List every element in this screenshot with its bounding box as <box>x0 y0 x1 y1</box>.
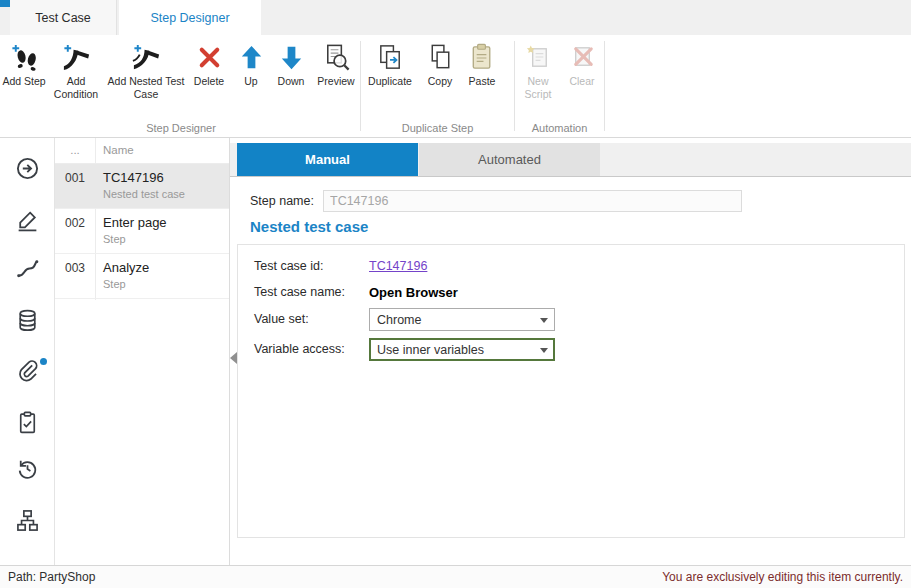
down-button[interactable]: Down <box>270 42 312 88</box>
tab-automated[interactable]: Automated <box>419 143 600 176</box>
field-row-test-case-id: Test case id: TC147196 <box>238 255 904 279</box>
clear-label: Clear <box>569 75 594 88</box>
value-set-dropdown[interactable]: Chrome <box>369 308 555 331</box>
history-icon <box>15 456 40 481</box>
sidebar-item-go[interactable] <box>0 146 54 190</box>
duplicate-button[interactable]: Duplicate <box>361 42 419 88</box>
preview-icon <box>321 42 352 73</box>
preview-button[interactable]: Preview <box>312 42 360 88</box>
left-icon-sidebar <box>0 138 55 565</box>
tab-test-case[interactable]: Test Case <box>10 0 117 35</box>
add-nested-test-case-icon <box>131 42 162 73</box>
add-nested-test-case-label: Add Nested Test Case <box>106 75 186 101</box>
sidebar-item-hierarchy[interactable] <box>0 498 54 542</box>
ribbon-separator <box>514 41 515 131</box>
copy-button[interactable]: Copy <box>419 42 461 88</box>
column-header-name: Name <box>103 144 134 156</box>
sidebar-item-history[interactable] <box>0 446 54 490</box>
delete-icon <box>194 42 225 73</box>
checklist-icon <box>15 410 40 435</box>
chevron-down-icon <box>540 348 548 353</box>
column-header-dots: ... <box>55 144 95 156</box>
data-icon <box>15 308 40 333</box>
variable-access-label: Variable access: <box>254 338 345 361</box>
tab-step-designer[interactable]: Step Designer <box>119 0 261 35</box>
attachment-icon <box>15 358 40 383</box>
up-button[interactable]: Up <box>232 42 270 88</box>
window-accent-corner <box>0 0 10 7</box>
sidebar-item-attachments[interactable] <box>0 348 54 392</box>
hierarchy-icon <box>15 508 40 533</box>
steps-list-panel: ... Name 001 TC147196 Nested test case 0… <box>55 138 230 565</box>
step-type: Step <box>103 278 126 290</box>
add-step-icon <box>9 42 40 73</box>
sidebar-item-checklist[interactable] <box>0 400 54 444</box>
step-number: 003 <box>55 261 95 275</box>
group-label-step-designer: Step Designer <box>2 122 360 134</box>
copy-icon <box>425 42 456 73</box>
ribbon-group-step-designer: Add Step Add Condition Add Nested Test C… <box>2 35 360 137</box>
step-name: Enter page <box>103 215 167 230</box>
step-number: 001 <box>55 171 95 185</box>
ribbon-separator <box>604 41 605 131</box>
group-label-duplicate-step: Duplicate Step <box>361 122 514 134</box>
step-row-001[interactable]: 001 TC147196 Nested test case <box>55 164 229 209</box>
sidebar-item-data[interactable] <box>0 298 54 342</box>
field-row-variable-access: Variable access: Use inner variables <box>238 338 904 362</box>
clear-icon <box>567 42 598 73</box>
test-case-name-value: Open Browser <box>369 281 458 304</box>
ribbon-separator <box>360 41 361 131</box>
value-set-selected: Chrome <box>377 313 421 327</box>
steps-icon <box>15 256 40 281</box>
add-condition-icon <box>61 42 92 73</box>
step-row-002[interactable]: 002 Enter page Step <box>55 209 229 254</box>
delete-button[interactable]: Delete <box>186 42 232 88</box>
variable-access-selected: Use inner variables <box>377 343 484 357</box>
ribbon: Add Step Add Condition Add Nested Test C… <box>0 35 911 138</box>
test-case-id-label: Test case id: <box>254 255 323 278</box>
test-case-id-link[interactable]: TC147196 <box>369 255 427 278</box>
step-number: 002 <box>55 216 95 230</box>
copy-label: Copy <box>428 75 453 88</box>
variable-access-dropdown[interactable]: Use inner variables <box>369 338 555 361</box>
clear-button[interactable]: Clear <box>561 42 603 88</box>
step-row-003[interactable]: 003 Analyze Step <box>55 254 229 299</box>
down-arrow-icon <box>276 42 307 73</box>
duplicate-label: Duplicate <box>368 75 412 88</box>
detail-heading: Nested test case <box>250 218 368 235</box>
panel-collapse-handle[interactable] <box>230 352 237 364</box>
add-step-label: Add Step <box>2 75 45 88</box>
steps-list-header: ... Name <box>55 138 229 164</box>
step-name: Analyze <box>103 260 149 275</box>
step-type: Step <box>103 233 126 245</box>
add-nested-test-case-button[interactable]: Add Nested Test Case <box>106 42 186 101</box>
step-name-label: Step name: <box>250 190 314 212</box>
new-script-icon <box>523 42 554 73</box>
ribbon-tab-bar: Test Case Step Designer <box>0 0 911 35</box>
add-condition-label: Add Condition <box>46 75 106 101</box>
paste-button[interactable]: Paste <box>461 42 503 88</box>
status-path: Path: PartyShop <box>8 570 95 584</box>
paste-icon <box>467 42 498 73</box>
test-case-name-label: Test case name: <box>254 281 345 304</box>
duplicate-icon <box>375 42 406 73</box>
new-script-button[interactable]: New Script <box>515 42 561 101</box>
ribbon-group-automation: New Script Clear Automation <box>515 35 604 137</box>
paste-label: Paste <box>469 75 496 88</box>
ribbon-group-duplicate-step: Duplicate Copy Paste Duplicate Step <box>361 35 514 137</box>
step-detail-pane: Manual Automated Step name: Nested test … <box>230 138 911 565</box>
up-label: Up <box>244 75 257 88</box>
delete-label: Delete <box>194 75 224 88</box>
sidebar-item-edit[interactable] <box>0 198 54 242</box>
status-bar: Path: PartyShop You are exclusively edit… <box>0 565 911 588</box>
chevron-down-icon <box>540 318 548 323</box>
sidebar-item-steps[interactable] <box>0 246 54 290</box>
edit-icon <box>15 208 40 233</box>
field-row-value-set: Value set: Chrome <box>238 308 904 332</box>
step-name-input[interactable] <box>323 190 742 212</box>
step-type: Nested test case <box>103 188 185 200</box>
group-label-automation: Automation <box>515 122 604 134</box>
add-condition-button[interactable]: Add Condition <box>46 42 106 101</box>
add-step-button[interactable]: Add Step <box>2 42 46 88</box>
tab-manual[interactable]: Manual <box>237 143 418 176</box>
